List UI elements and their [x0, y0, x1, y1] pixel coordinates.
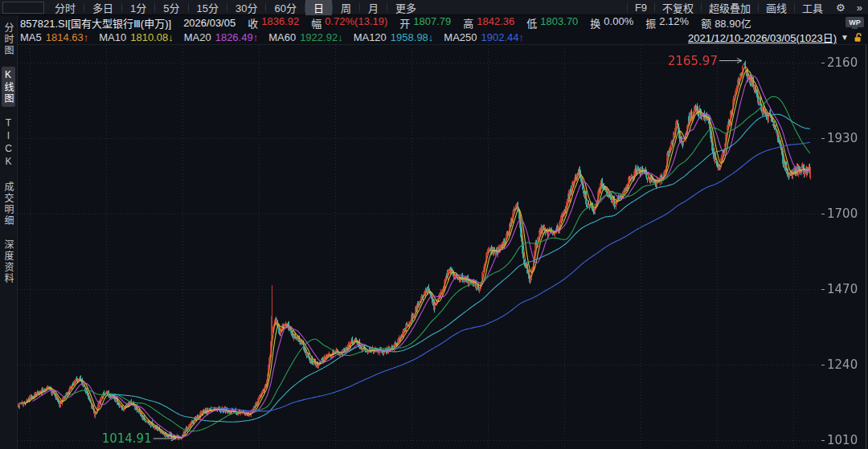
quote-field-value: 0.00% [604, 15, 633, 31]
sidebar-item-kline-chart[interactable]: K线图 [2, 67, 15, 107]
ma-value: 1814.63↑ [46, 31, 89, 43]
quote-field-value: 1803.70 [540, 15, 578, 31]
date-range-control[interactable]: 2021/12/10-2026/03/05(1023日) ▼ [688, 30, 868, 45]
ma-value: 1958.98↓ [391, 31, 434, 43]
quote-field-label: 收 [248, 15, 258, 31]
sidebar-item-trade-detail[interactable]: 成交明细 [2, 179, 15, 229]
expand-icon[interactable]: » [851, 2, 868, 14]
quote-field-value: 0.72%(13.19) [325, 15, 387, 31]
ma-bar: MA51814.63↑MA101810.08↓MA201826.49↑MA601… [0, 31, 868, 45]
sidebar: 分时图K线图TICK成交明细深度资料 [0, 15, 18, 449]
toolbar-draw-line-button[interactable]: 画线 [759, 0, 794, 15]
quote-field-label: 低 [526, 15, 537, 31]
ma-value: 1922.92↓ [300, 31, 343, 43]
sidebar-item-tick[interactable]: TICK [3, 115, 14, 171]
ma-value: 1810.08↓ [130, 31, 174, 43]
sidebar-item-depth-info[interactable]: 深度资料 [2, 237, 15, 287]
quote-field-value: 1842.36 [477, 15, 514, 31]
quote-field: 开1807.79 [399, 15, 451, 31]
toolbar-right: F9不复权超级叠加画线工具 [627, 0, 830, 15]
toolbar-no-adjust-button[interactable]: 不复权 [655, 0, 701, 15]
tab-multi-day[interactable]: 多日 [84, 0, 121, 15]
quote-field: 低1803.70 [526, 15, 578, 31]
quote-field-label: 高 [463, 15, 473, 31]
tab-1min[interactable]: 1分 [122, 0, 154, 15]
ma-item-ma10: MA101810.08↓ [99, 31, 173, 43]
quote-field-value: 1807.79 [413, 15, 451, 31]
quote-field: 额88.90亿 [701, 15, 751, 31]
quote-field-label: 振 [645, 15, 656, 31]
quote-field-label: 开 [399, 15, 410, 31]
quote-field-label: 换 [590, 15, 600, 31]
ma-label: MA10 [99, 31, 126, 43]
quote-field-label: 额 [701, 15, 711, 31]
wp-badge-label: WP [849, 18, 861, 27]
sidebar-item-time-chart[interactable]: 分时图 [2, 20, 15, 59]
quote-field-label: 幅 [311, 15, 321, 31]
tab-week[interactable]: 周 [333, 0, 359, 15]
tab-60min[interactable]: 60分 [266, 0, 304, 15]
tab-day[interactable]: 日 [305, 0, 332, 15]
quote-bar: 857821.SI[国有大型银行Ⅲ(申万)] 2026/03/05 收1836.… [0, 15, 868, 31]
quote-field: 高1842.36 [463, 15, 514, 31]
ma-items: MA51814.63↑MA101810.08↓MA201826.49↑MA601… [20, 31, 524, 43]
ma-item-ma250: MA2501902.44↑ [444, 31, 524, 43]
kline-window: 分时多日1分5分15分30分60分日周月更多 F9不复权超级叠加画线工具 ⚙ »… [0, 0, 868, 449]
period-tabs: 分时多日1分5分15分30分60分日周月更多 [47, 0, 424, 15]
quote-field: 换0.00% [590, 15, 633, 31]
ma-item-ma5: MA51814.63↑ [20, 31, 88, 43]
ma-label: MA120 [354, 31, 387, 43]
toolbar-super-overlay-button[interactable]: 超级叠加 [702, 0, 758, 15]
instrument-code-name: 857821.SI[国有大型银行Ⅲ(申万)] [20, 15, 171, 31]
kline-canvas[interactable] [18, 45, 868, 449]
ma-value: 1826.49↑ [215, 31, 259, 43]
lock-icon[interactable] [853, 32, 864, 43]
tab-30min[interactable]: 30分 [227, 0, 265, 15]
quote-field: 收1836.92 [248, 15, 299, 31]
date-range-label[interactable]: 2021/12/10-2026/03/05(1023日) [688, 30, 837, 45]
tab-more[interactable]: 更多 [387, 0, 424, 15]
ma-label: MA250 [444, 31, 477, 43]
quote-field: 幅0.72%(13.19) [311, 15, 387, 31]
period-toolbar: 分时多日1分5分15分30分60分日周月更多 F9不复权超级叠加画线工具 ⚙ » [0, 0, 868, 15]
toolbar-tools-button[interactable]: 工具 [795, 0, 830, 15]
tab-month[interactable]: 月 [360, 0, 387, 15]
tab-15min[interactable]: 15分 [189, 0, 227, 15]
wp-badge[interactable]: WP [845, 17, 864, 27]
ma-item-ma120: MA1201958.98↓ [354, 31, 434, 43]
tab-5min[interactable]: 5分 [155, 0, 187, 15]
chevron-down-icon[interactable]: ▼ [841, 33, 849, 42]
ma-value: 1902.44↑ [481, 31, 525, 43]
ma-label: MA5 [20, 31, 42, 43]
quote-date: 2026/03/05 [183, 17, 235, 29]
ma-label: MA60 [268, 31, 296, 43]
gear-icon[interactable]: ⚙ [830, 2, 851, 14]
quote-field-value: 1836.92 [261, 15, 299, 31]
collapse-button[interactable] [2, 2, 44, 14]
quote-field-value: 2.12% [659, 15, 689, 31]
ma-item-ma20: MA201826.49↑ [184, 31, 258, 43]
ma-label: MA20 [184, 31, 211, 43]
ma-item-ma60: MA601922.92↓ [268, 31, 342, 43]
quote-fields: 收1836.92幅0.72%(13.19)开1807.79高1842.36低18… [248, 15, 751, 31]
quote-field: 振2.12% [645, 15, 689, 31]
tab-minute-view[interactable]: 分时 [47, 0, 84, 15]
toolbar-f9-button[interactable]: F9 [628, 2, 654, 14]
quote-field-value: 88.90亿 [714, 15, 751, 31]
